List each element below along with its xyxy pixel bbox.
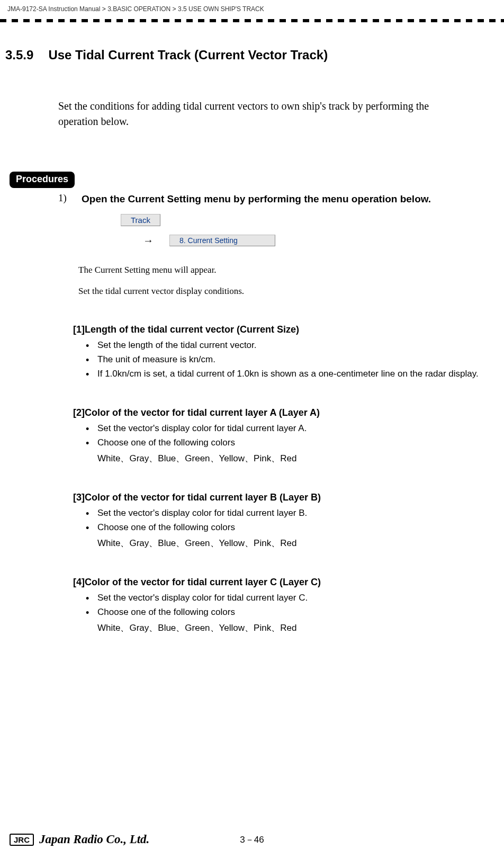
subsection-title: [1]Length of the tidal current vector (C… bbox=[73, 324, 486, 335]
breadcrumb-part: JMA-9172-SA Instruction Manual bbox=[7, 5, 100, 13]
menu-button-wrap: Track bbox=[121, 216, 160, 225]
list-item: The unit of measure is kn/cm. bbox=[86, 354, 486, 366]
color-options: White、Gray、Blue、Green、Yellow、Pink、Red bbox=[97, 452, 486, 464]
dashed-divider bbox=[0, 19, 504, 22]
step-text: Open the Current Setting menu by perform… bbox=[82, 192, 463, 206]
jrc-logo-badge: JRC bbox=[10, 834, 34, 846]
bullet-list: Set the length of the tidal current vect… bbox=[86, 339, 486, 380]
note-text: Set the tidal current vector display con… bbox=[78, 286, 504, 297]
subsection-4: [4]Color of the vector for tidal current… bbox=[73, 577, 486, 634]
step-number: 1) bbox=[58, 192, 71, 206]
subsection-title: [4]Color of the vector for tidal current… bbox=[73, 577, 486, 588]
subsection-title: [2]Color of the vector for tidal current… bbox=[73, 407, 486, 418]
list-item: Set the vector's display color for tidal… bbox=[86, 507, 486, 520]
current-setting-menu-item[interactable]: 8. Current Setting bbox=[169, 235, 275, 246]
breadcrumb-part: 3.BASIC OPERATION bbox=[107, 5, 170, 13]
track-button[interactable]: Track bbox=[121, 214, 160, 226]
color-options: White、Gray、Blue、Green、Yellow、Pink、Red bbox=[97, 622, 486, 634]
page-number: 3－46 bbox=[240, 834, 264, 846]
section-title: Use Tidal Current Track (Current Vector … bbox=[48, 48, 328, 62]
list-item: Choose one of the following colors bbox=[86, 437, 486, 449]
section-heading: 3.5.9 Use Tidal Current Track (Current V… bbox=[5, 48, 504, 62]
step-row: 1) Open the Current Setting menu by perf… bbox=[58, 192, 504, 206]
breadcrumb: JMA-9172-SA Instruction Manual > 3.BASIC… bbox=[0, 0, 504, 13]
list-item: Set the vector's display color for tidal… bbox=[86, 423, 486, 435]
section-number: 3.5.9 bbox=[5, 48, 33, 62]
breadcrumb-sep: > bbox=[102, 5, 106, 13]
subsection-2: [2]Color of the vector for tidal current… bbox=[73, 407, 486, 464]
list-item: Choose one of the following colors bbox=[86, 522, 486, 534]
subsection-3: [3]Color of the vector for tidal current… bbox=[73, 492, 486, 549]
breadcrumb-part: 3.5 USE OWN SHIP'S TRACK bbox=[178, 5, 264, 13]
list-item: Set the length of the tidal current vect… bbox=[86, 339, 486, 352]
arrow-icon: → bbox=[143, 235, 154, 247]
bullet-list: Set the vector's display color for tidal… bbox=[86, 423, 486, 449]
bullet-list: Set the vector's display color for tidal… bbox=[86, 507, 486, 534]
subsection-title: [3]Color of the vector for tidal current… bbox=[73, 492, 486, 503]
bullet-list: Set the vector's display color for tidal… bbox=[86, 592, 486, 619]
procedures-badge: Procedures bbox=[10, 172, 75, 188]
list-item: If 1.0kn/cm is set, a tidal current of 1… bbox=[86, 368, 486, 380]
list-item: Set the vector's display color for tidal… bbox=[86, 592, 486, 604]
list-item: Choose one of the following colors bbox=[86, 606, 486, 619]
menu-arrow-row: → 8. Current Setting bbox=[143, 235, 504, 247]
note-text: The Current Setting menu will appear. bbox=[78, 265, 504, 275]
footer: JRC Japan Radio Co., Ltd. 3－46 bbox=[0, 833, 504, 846]
intro-paragraph: Set the conditions for adding tidal curr… bbox=[58, 99, 461, 129]
subsection-1: [1]Length of the tidal current vector (C… bbox=[73, 324, 486, 380]
jrc-company-name: Japan Radio Co., Ltd. bbox=[39, 833, 149, 846]
breadcrumb-sep: > bbox=[173, 5, 176, 13]
color-options: White、Gray、Blue、Green、Yellow、Pink、Red bbox=[97, 537, 486, 549]
